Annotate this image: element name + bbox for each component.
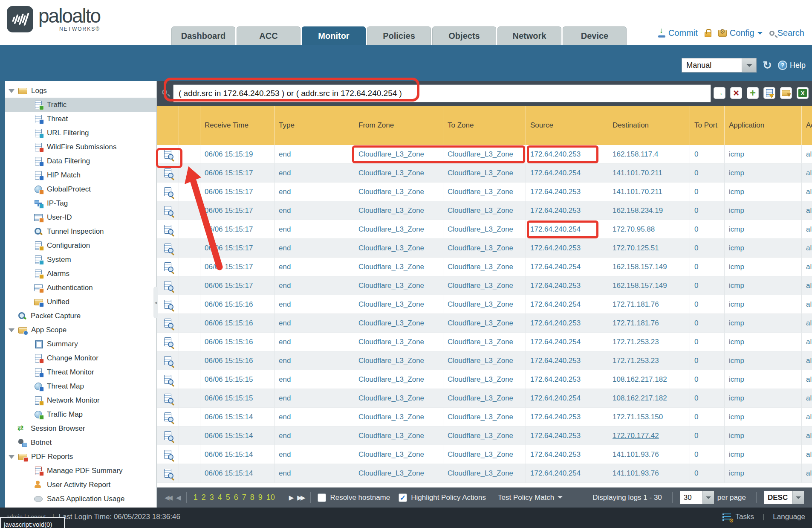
sidebar-item-summary[interactable]: Summary — [5, 337, 156, 351]
sidebar-item-system[interactable]: System — [5, 252, 156, 267]
cell-from-zone[interactable]: Cloudflare_L3_Zone — [354, 445, 443, 464]
page-number-5[interactable]: 5 — [226, 493, 230, 502]
cell-source[interactable]: 172.64.240.253 — [526, 314, 608, 333]
log-detail-icon[interactable] — [164, 319, 171, 328]
cell-application[interactable]: icmp — [725, 145, 802, 164]
cell-destination[interactable]: 141.101.93.76 — [608, 445, 690, 464]
cell-to-zone[interactable]: Cloudflare_L3_Zone — [443, 295, 526, 314]
cell-source[interactable]: 172.64.240.253 — [526, 370, 608, 389]
cell-from-zone[interactable]: Cloudflare_L3_Zone — [354, 201, 443, 220]
tab-acc[interactable]: ACC — [237, 26, 301, 45]
log-detail-icon[interactable] — [164, 469, 171, 478]
page-number-3[interactable]: 3 — [210, 493, 214, 502]
cell-source[interactable]: 172.64.240.254 — [526, 464, 608, 483]
page-number-9[interactable]: 9 — [258, 493, 263, 502]
column-header-action[interactable]: Action — [802, 106, 812, 145]
cell-application[interactable]: icmp — [725, 370, 802, 389]
next-page-icon[interactable]: ▶ — [289, 494, 292, 502]
log-detail-icon[interactable] — [164, 450, 171, 459]
sidebar-collapse-handle[interactable]: ◄ — [153, 287, 158, 318]
cell-application[interactable]: icmp — [725, 164, 802, 183]
cell-from-zone[interactable]: Cloudflare_L3_Zone — [354, 295, 443, 314]
log-detail-icon[interactable] — [164, 375, 171, 384]
column-header-application[interactable]: Application — [725, 106, 802, 145]
cell-destination[interactable]: 141.101.70.211 — [608, 164, 690, 183]
cell-source[interactable]: 172.64.240.254 — [526, 295, 608, 314]
cell-source[interactable]: 172.64.240.254 — [526, 164, 608, 183]
prev-page-icon[interactable]: ◀ — [176, 494, 179, 502]
cell-to-zone[interactable]: Cloudflare_L3_Zone — [443, 164, 526, 183]
sidebar-item-hip-match[interactable]: HIP Match — [5, 168, 156, 182]
cell-application[interactable]: icmp — [725, 445, 802, 464]
cell-destination[interactable]: 172.71.181.76 — [608, 295, 690, 314]
cell-from-zone[interactable]: Cloudflare_L3_Zone — [354, 389, 443, 408]
first-page-icon[interactable]: ◀◀ — [165, 494, 171, 502]
cell-to-zone[interactable]: Cloudflare_L3_Zone — [443, 370, 526, 389]
cell-source[interactable]: 172.64.240.253 — [526, 426, 608, 445]
help-button[interactable]: ? Help — [778, 61, 806, 70]
last-page-icon[interactable]: ▶▶ — [297, 494, 303, 502]
cell-to-zone[interactable]: Cloudflare_L3_Zone — [443, 426, 526, 445]
sidebar-item-authentication[interactable]: Authentication — [5, 281, 156, 295]
cell-from-zone[interactable]: Cloudflare_L3_Zone — [354, 220, 443, 239]
sidebar-item-configuration[interactable]: Configuration — [5, 238, 156, 252]
cell-destination[interactable]: 162.158.157.149 — [608, 276, 690, 295]
page-number-10[interactable]: 10 — [266, 493, 275, 502]
cell-destination[interactable]: 172.71.253.23 — [608, 333, 690, 351]
cell-destination[interactable]: 172.71.181.76 — [608, 314, 690, 333]
expand-triangle-icon[interactable] — [9, 89, 14, 96]
cell-from-zone[interactable]: Cloudflare_L3_Zone — [354, 145, 443, 164]
cell-from-zone[interactable]: Cloudflare_L3_Zone — [354, 408, 443, 426]
cell-source[interactable]: 172.64.240.253 — [526, 351, 608, 370]
cell-destination[interactable]: 172.71.253.23 — [608, 351, 690, 370]
sidebar-item-threat-map[interactable]: Threat Map — [5, 379, 156, 393]
cell-application[interactable]: icmp — [725, 426, 802, 445]
per-page-dropdown-icon[interactable] — [702, 491, 714, 504]
cell-source[interactable]: 172.64.240.254 — [526, 258, 608, 276]
sidebar-item-data-filtering[interactable]: Data Filtering — [5, 154, 156, 168]
tasks-button[interactable]: Tasks — [735, 513, 754, 521]
cell-to-zone[interactable]: Cloudflare_L3_Zone — [443, 389, 526, 408]
add-filter-icon[interactable] — [747, 87, 759, 99]
sidebar-item-alarms[interactable]: Alarms — [5, 267, 156, 281]
cell-application[interactable]: icmp — [725, 464, 802, 483]
resolve-hostname-checkbox[interactable] — [318, 493, 326, 502]
cell-to-zone[interactable]: Cloudflare_L3_Zone — [443, 314, 526, 333]
cell-from-zone[interactable]: Cloudflare_L3_Zone — [354, 464, 443, 483]
log-detail-icon[interactable] — [164, 431, 171, 440]
page-number-6[interactable]: 6 — [234, 493, 238, 502]
cell-source[interactable]: 172.64.240.254 — [526, 333, 608, 351]
column-header-to-port[interactable]: To Port — [690, 106, 725, 145]
cell-application[interactable]: icmp — [725, 408, 802, 426]
cell-to-zone[interactable]: Cloudflare_L3_Zone — [443, 220, 526, 239]
sidebar-item-threat[interactable]: Threat — [5, 112, 156, 126]
tab-objects[interactable]: Objects — [432, 26, 496, 45]
cell-destination[interactable]: 141.101.70.211 — [608, 183, 690, 201]
cell-to-zone[interactable]: Cloudflare_L3_Zone — [443, 445, 526, 464]
cell-from-zone[interactable]: Cloudflare_L3_Zone — [354, 370, 443, 389]
sidebar-item-user-activity-report[interactable]: User Activity Report — [5, 478, 156, 492]
cell-to-zone[interactable]: Cloudflare_L3_Zone — [443, 276, 526, 295]
cell-to-zone[interactable]: Cloudflare_L3_Zone — [443, 351, 526, 370]
page-number-8[interactable]: 8 — [250, 493, 254, 502]
clear-filter-icon[interactable] — [730, 87, 742, 99]
sidebar-item-tunnel-inspection[interactable]: Tunnel Inspection — [5, 224, 156, 238]
cell-to-zone[interactable]: Cloudflare_L3_Zone — [443, 333, 526, 351]
cell-destination[interactable]: 108.162.217.182 — [608, 370, 690, 389]
cell-application[interactable]: icmp — [725, 183, 802, 201]
log-detail-icon[interactable] — [164, 187, 171, 196]
column-header-receive-time[interactable]: Receive Time — [200, 106, 275, 145]
cell-destination[interactable]: 172.71.153.150 — [608, 408, 690, 426]
sidebar-item-change-monitor[interactable]: Change Monitor — [5, 351, 156, 365]
log-detail-icon[interactable] — [164, 281, 171, 290]
cell-source[interactable]: 172.64.240.253 — [526, 145, 608, 164]
log-detail-icon[interactable] — [164, 337, 171, 346]
page-number-4[interactable]: 4 — [218, 493, 222, 502]
refresh-mode-dropdown-icon[interactable] — [742, 58, 757, 73]
column-header[interactable] — [179, 106, 200, 145]
log-detail-icon[interactable] — [164, 150, 171, 159]
refresh-mode-select[interactable]: Manual — [682, 58, 757, 73]
cell-source[interactable]: 172.64.240.253 — [526, 201, 608, 220]
sidebar-item-traffic-map[interactable]: Traffic Map — [5, 407, 156, 421]
column-header-from-zone[interactable]: From Zone — [354, 106, 443, 145]
